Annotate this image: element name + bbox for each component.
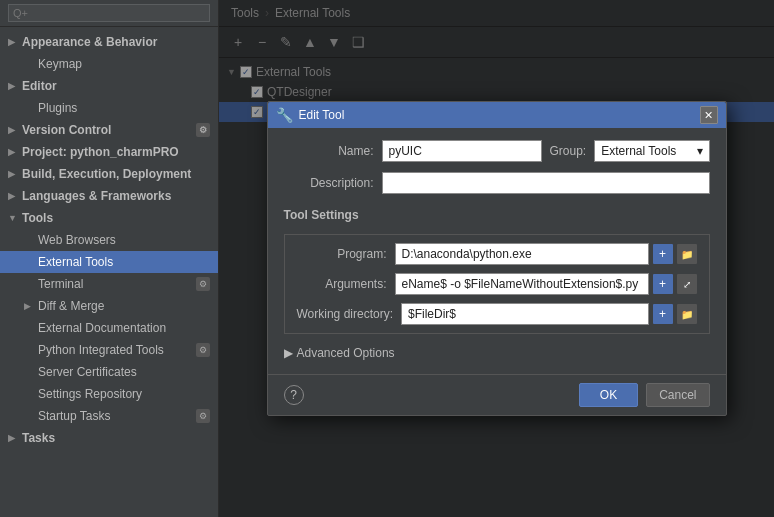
workdir-row: Working directory: + 📁 bbox=[297, 303, 697, 325]
sidebar-label: Build, Execution, Deployment bbox=[22, 167, 191, 181]
sidebar-label: Tasks bbox=[22, 431, 55, 445]
tool-settings-section: Program: + 📁 Arguments: + ⤢ bbox=[284, 234, 710, 334]
sidebar-item-tools[interactable]: ▼Tools bbox=[0, 207, 218, 229]
modal-footer: ? OK Cancel bbox=[268, 374, 726, 415]
group-dropdown[interactable]: External Tools ▾ bbox=[594, 140, 709, 162]
name-label: Name: bbox=[284, 144, 374, 158]
sidebar-label: Terminal bbox=[38, 277, 83, 291]
args-label: Arguments: bbox=[297, 277, 387, 291]
group-value: External Tools bbox=[601, 144, 676, 158]
main-content: Tools › External Tools + − ✎ ▲ ▼ ❑ ▼✓Ext… bbox=[219, 0, 774, 517]
sidebar-item-python-integrated[interactable]: Python Integrated Tools⚙ bbox=[0, 339, 218, 361]
args-row: Arguments: + ⤢ bbox=[297, 273, 697, 295]
arrow-icon: ▶ bbox=[8, 191, 20, 201]
modal-body: Name: Group: External Tools ▾ Descriptio… bbox=[268, 128, 726, 374]
program-add-button[interactable]: + bbox=[653, 244, 673, 264]
badge-icon: ⚙ bbox=[196, 277, 210, 291]
description-row: Description: bbox=[284, 172, 710, 194]
sidebar-item-external-tools[interactable]: External Tools bbox=[0, 251, 218, 273]
workdir-input[interactable] bbox=[401, 303, 649, 325]
program-folder-button[interactable]: 📁 bbox=[677, 244, 697, 264]
sidebar-label: Project: python_charmPRO bbox=[22, 145, 179, 159]
group-label: Group: bbox=[550, 144, 587, 158]
program-label: Program: bbox=[297, 247, 387, 261]
arrow-icon: ▶ bbox=[8, 147, 20, 157]
program-input[interactable] bbox=[395, 243, 649, 265]
program-input-group: + 📁 bbox=[395, 243, 697, 265]
sidebar-label: Diff & Merge bbox=[38, 299, 104, 313]
sidebar-label: External Tools bbox=[38, 255, 113, 269]
sidebar-item-settings-repo[interactable]: Settings Repository bbox=[0, 383, 218, 405]
sidebar-item-plugins[interactable]: Plugins bbox=[0, 97, 218, 119]
sidebar-item-diff-merge[interactable]: ▶Diff & Merge bbox=[0, 295, 218, 317]
name-input[interactable] bbox=[382, 140, 542, 162]
sidebar-label: Version Control bbox=[22, 123, 111, 137]
search-input[interactable] bbox=[8, 4, 210, 22]
advanced-label: Advanced Options bbox=[297, 346, 395, 360]
name-group-row: Name: Group: External Tools ▾ bbox=[284, 140, 710, 162]
sidebar-label: Python Integrated Tools bbox=[38, 343, 164, 357]
arrow-icon: ▶ bbox=[8, 81, 20, 91]
dialog-title: Edit Tool bbox=[299, 108, 345, 122]
args-input-group: + ⤢ bbox=[395, 273, 697, 295]
sidebar-item-web-browsers[interactable]: Web Browsers bbox=[0, 229, 218, 251]
sidebar-item-project[interactable]: ▶Project: python_charmPRO bbox=[0, 141, 218, 163]
args-input[interactable] bbox=[395, 273, 649, 295]
workdir-label: Working directory: bbox=[297, 307, 393, 321]
sidebar-label: Appearance & Behavior bbox=[22, 35, 157, 49]
sidebar-label: Languages & Frameworks bbox=[22, 189, 171, 203]
arrow-icon: ▶ bbox=[24, 301, 36, 311]
dialog-icon: 🔧 bbox=[276, 107, 293, 123]
workdir-folder-button[interactable]: 📁 bbox=[677, 304, 697, 324]
dropdown-arrow-icon: ▾ bbox=[697, 144, 703, 158]
sidebar-label: Server Certificates bbox=[38, 365, 137, 379]
desc-label: Description: bbox=[284, 176, 374, 190]
arrow-icon: ▶ bbox=[8, 37, 20, 47]
sidebar-label: Startup Tasks bbox=[38, 409, 110, 423]
program-row: Program: + 📁 bbox=[297, 243, 697, 265]
sidebar-label: Tools bbox=[22, 211, 53, 225]
args-expand-button[interactable]: ⤢ bbox=[677, 274, 697, 294]
arrow-icon: ▶ bbox=[8, 169, 20, 179]
sidebar: ▶Appearance & BehaviorKeymap▶EditorPlugi… bbox=[0, 0, 219, 517]
args-add-button[interactable]: + bbox=[653, 274, 673, 294]
footer-buttons: OK Cancel bbox=[579, 383, 710, 407]
sidebar-item-server-certs[interactable]: Server Certificates bbox=[0, 361, 218, 383]
tool-settings-label: Tool Settings bbox=[284, 204, 710, 224]
sidebar-label: Web Browsers bbox=[38, 233, 116, 247]
sidebar-label: External Documentation bbox=[38, 321, 166, 335]
workdir-add-button[interactable]: + bbox=[653, 304, 673, 324]
ok-button[interactable]: OK bbox=[579, 383, 638, 407]
cancel-button[interactable]: Cancel bbox=[646, 383, 709, 407]
close-button[interactable]: ✕ bbox=[700, 106, 718, 124]
sidebar-label: Settings Repository bbox=[38, 387, 142, 401]
advanced-arrow-icon: ▶ bbox=[284, 346, 293, 360]
workdir-input-group: + 📁 bbox=[401, 303, 697, 325]
sidebar-item-startup-tasks[interactable]: Startup Tasks⚙ bbox=[0, 405, 218, 427]
modal-overlay: 🔧 Edit Tool ✕ Name: Group: External Tool… bbox=[219, 0, 774, 517]
desc-input[interactable] bbox=[382, 172, 710, 194]
sidebar-label: Plugins bbox=[38, 101, 77, 115]
advanced-options-toggle[interactable]: ▶ Advanced Options bbox=[284, 344, 710, 362]
sidebar-item-appearance[interactable]: ▶Appearance & Behavior bbox=[0, 31, 218, 53]
help-button[interactable]: ? bbox=[284, 385, 304, 405]
sidebar-item-terminal[interactable]: Terminal⚙ bbox=[0, 273, 218, 295]
sidebar-item-external-doc[interactable]: External Documentation bbox=[0, 317, 218, 339]
sidebar-item-version-control[interactable]: ▶Version Control⚙ bbox=[0, 119, 218, 141]
sidebar-item-keymap[interactable]: Keymap bbox=[0, 53, 218, 75]
badge-icon: ⚙ bbox=[196, 343, 210, 357]
badge-icon: ⚙ bbox=[196, 409, 210, 423]
sidebar-label: Editor bbox=[22, 79, 57, 93]
sidebar-item-tasks[interactable]: ▶Tasks bbox=[0, 427, 218, 449]
sidebar-nav: ▶Appearance & BehaviorKeymap▶EditorPlugi… bbox=[0, 27, 218, 517]
modal-title-bar: 🔧 Edit Tool ✕ bbox=[268, 102, 726, 128]
badge-icon: ⚙ bbox=[196, 123, 210, 137]
edit-tool-dialog: 🔧 Edit Tool ✕ Name: Group: External Tool… bbox=[267, 101, 727, 416]
sidebar-item-build[interactable]: ▶Build, Execution, Deployment bbox=[0, 163, 218, 185]
sidebar-item-languages[interactable]: ▶Languages & Frameworks bbox=[0, 185, 218, 207]
search-bar bbox=[0, 0, 218, 27]
sidebar-label: Keymap bbox=[38, 57, 82, 71]
arrow-icon: ▶ bbox=[8, 433, 20, 443]
arrow-icon: ▶ bbox=[8, 125, 20, 135]
sidebar-item-editor[interactable]: ▶Editor bbox=[0, 75, 218, 97]
